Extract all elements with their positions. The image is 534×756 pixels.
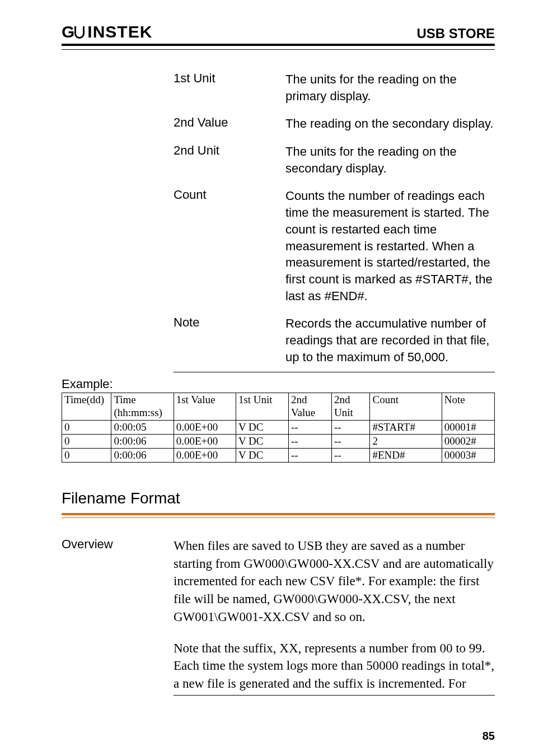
th-1st-value: 1st Value (174, 393, 236, 421)
def-row: Count Counts the number of readings each… (174, 182, 495, 310)
overview-block: Overview When files are saved to USB the… (62, 537, 495, 696)
section-title: USB STORE (416, 26, 495, 41)
th-time-hms: Time (hh:mm:ss) (111, 393, 174, 421)
cell: V DC (236, 420, 288, 434)
cell: #END# (370, 448, 442, 462)
cell: 0 (62, 448, 111, 462)
cell: 0:00:06 (111, 434, 174, 448)
cell: -- (289, 448, 332, 462)
def-term: Count (174, 188, 285, 304)
overview-label: Overview (62, 537, 174, 696)
th-2nd-unit: 2nd Unit (332, 393, 370, 421)
overview-body: When files are saved to USB they are sav… (174, 537, 495, 696)
def-row: Note Records the accumulative number of … (174, 310, 495, 372)
definition-list: 1st Unit The units for the reading on th… (174, 66, 495, 372)
def-term: 1st Unit (174, 71, 285, 104)
logo-u-icon (74, 26, 85, 39)
def-term: Note (174, 315, 285, 365)
cell: -- (289, 420, 332, 434)
cell: #START# (370, 420, 442, 434)
cell: -- (332, 448, 370, 462)
th-1st-unit: 1st Unit (236, 393, 288, 421)
def-desc: The units for the reading on the primary… (285, 71, 495, 104)
brand-prefix: G (62, 22, 74, 41)
def-row: 2nd Value The reading on the secondary d… (174, 110, 495, 138)
cell: 00001# (442, 420, 494, 434)
table-header-row: Time(dd) Time (hh:mm:ss) 1st Value 1st U… (62, 393, 495, 421)
cell: 0.00E+00 (174, 448, 236, 462)
cell: 2 (370, 434, 442, 448)
cell: -- (332, 434, 370, 448)
cell: -- (289, 434, 332, 448)
cell: 0:00:05 (111, 420, 174, 434)
brand-logo: GINSTEK (62, 22, 152, 41)
th-line2: (hh:mm:ss) (114, 407, 162, 418)
def-term: 2nd Value (174, 115, 285, 132)
cell: 00003# (442, 448, 494, 462)
page-number: 85 (483, 730, 495, 743)
filename-format-heading: Filename Format (62, 489, 495, 507)
cell: 0.00E+00 (174, 420, 236, 434)
cell: 0 (62, 420, 111, 434)
def-desc: Counts the number of readings each time … (285, 188, 495, 304)
page-header: GINSTEK USB STORE (62, 22, 495, 46)
def-desc: The reading on the secondary display. (285, 115, 495, 132)
table-row: 0 0:00:06 0.00E+00 V DC -- -- #END# 0000… (62, 448, 495, 462)
cell: -- (332, 420, 370, 434)
cell: 0:00:06 (111, 448, 174, 462)
th-line1: 2nd (291, 394, 307, 405)
table-row: 0 0:00:06 0.00E+00 V DC -- -- 2 00002# (62, 434, 495, 448)
example-label: Example: (62, 375, 495, 393)
cell: V DC (236, 434, 288, 448)
cell: V DC (236, 448, 288, 462)
th-line1: 2nd (334, 394, 350, 405)
overview-p2: Note that the suffix, XX, represents a n… (174, 640, 495, 696)
th-time-dd: Time(dd) (62, 393, 111, 421)
overview-p1: When files are saved to USB they are sav… (174, 537, 495, 626)
cell: 0 (62, 434, 111, 448)
example-table: Time(dd) Time (hh:mm:ss) 1st Value 1st U… (62, 393, 495, 463)
th-line1: Time (114, 394, 135, 405)
def-row: 1st Unit The units for the reading on th… (174, 66, 495, 110)
orange-rule-thick (62, 513, 495, 515)
th-line2: Unit (334, 407, 353, 418)
th-count: Count (370, 393, 442, 421)
def-row: 2nd Unit The units for the reading on th… (174, 138, 495, 182)
orange-rule-thin (62, 517, 495, 518)
table-row: 0 0:00:05 0.00E+00 V DC -- -- #START# 00… (62, 420, 495, 434)
def-term: 2nd Unit (174, 143, 285, 176)
th-2nd-value: 2nd Value (289, 393, 332, 421)
cell: 0.00E+00 (174, 434, 236, 448)
brand-suffix: INSTEK (87, 22, 152, 41)
th-line2: Value (291, 407, 315, 418)
cell: 00002# (442, 434, 494, 448)
def-desc: The units for the reading on the seconda… (285, 143, 495, 176)
def-desc: Records the accumulative number of readi… (285, 315, 495, 365)
th-note: Note (442, 393, 494, 421)
header-rule (62, 49, 495, 50)
